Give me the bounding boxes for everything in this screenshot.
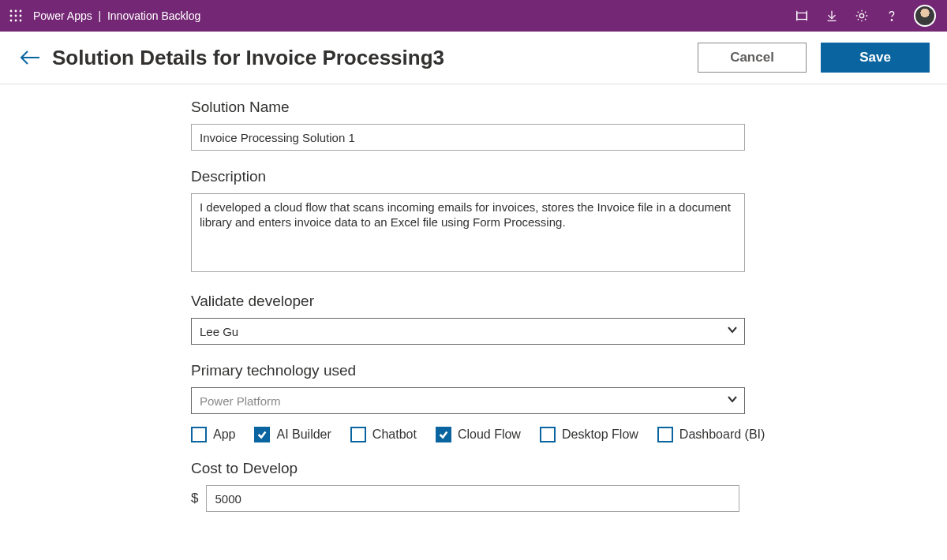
checkbox-desktop-flow[interactable]: Desktop Flow: [540, 427, 638, 442]
checkbox-dashboard-bi[interactable]: Dashboard (BI): [657, 427, 765, 442]
field-primary-technology: Primary technology used Power Platform A…: [191, 362, 750, 442]
save-button[interactable]: Save: [821, 43, 930, 73]
page-header: Solution Details for Invoice Processing3…: [0, 32, 947, 84]
select-validate-developer[interactable]: Lee Gu: [191, 318, 745, 345]
checkbox-box: [350, 427, 366, 442]
svg-point-6: [10, 20, 13, 22]
svg-point-3: [10, 15, 13, 17]
app-launcher-icon[interactable]: [6, 6, 25, 25]
input-solution-name[interactable]: [191, 124, 745, 151]
checkbox-label: Desktop Flow: [562, 427, 638, 442]
help-icon[interactable]: [884, 8, 900, 24]
checkbox-label: Dashboard (BI): [679, 427, 765, 442]
label-validate-developer: Validate developer: [191, 293, 750, 310]
checkbox-ai-builder[interactable]: AI Builder: [254, 427, 331, 442]
checkbox-label: AI Builder: [276, 427, 331, 442]
textarea-description[interactable]: I developed a cloud flow that scans inco…: [191, 193, 745, 272]
global-topbar: Power Apps | Innovation Backlog: [0, 0, 947, 32]
input-cost[interactable]: [206, 485, 739, 512]
checkbox-label: App: [213, 427, 235, 442]
select-primary-technology-value: Power Platform: [200, 394, 281, 408]
field-cost-to-develop: Cost to Develop $: [191, 460, 750, 512]
cancel-button[interactable]: Cancel: [698, 43, 807, 73]
field-validate-developer: Validate developer Lee Gu: [191, 293, 750, 345]
back-arrow-icon[interactable]: [17, 45, 43, 70]
download-icon[interactable]: [824, 8, 840, 24]
svg-point-0: [10, 10, 13, 13]
label-cost-to-develop: Cost to Develop: [191, 460, 750, 477]
label-primary-technology: Primary technology used: [191, 362, 750, 379]
checkbox-chatbot[interactable]: Chatbot: [350, 427, 417, 442]
svg-point-8: [20, 20, 22, 22]
topbar-actions: [794, 5, 941, 27]
fit-icon[interactable]: [794, 8, 810, 24]
user-avatar[interactable]: [914, 5, 936, 27]
select-primary-technology[interactable]: Power Platform: [191, 387, 745, 414]
svg-point-7: [15, 20, 17, 22]
checkbox-label: Cloud Flow: [458, 427, 521, 442]
checkbox-box: [254, 427, 270, 442]
label-solution-name: Solution Name: [191, 99, 750, 116]
checkbox-cloud-flow[interactable]: Cloud Flow: [436, 427, 521, 442]
svg-point-15: [891, 20, 892, 21]
label-description: Description: [191, 168, 750, 185]
checkbox-box: [436, 427, 451, 442]
page-title: Solution Details for Invoice Processing3: [52, 46, 444, 70]
gear-icon[interactable]: [854, 8, 870, 24]
currency-symbol: $: [191, 491, 198, 506]
form: Solution Name Description I developed a …: [0, 84, 750, 512]
checkbox-box: [191, 427, 207, 442]
field-description: Description I developed a cloud flow tha…: [191, 168, 750, 275]
checkbox-box: [540, 427, 556, 442]
select-validate-developer-value: Lee Gu: [200, 325, 238, 338]
svg-point-2: [20, 10, 22, 13]
checkbox-box: [657, 427, 673, 442]
checkbox-label: Chatbot: [372, 427, 417, 442]
field-solution-name: Solution Name: [191, 99, 750, 151]
svg-point-1: [15, 10, 17, 13]
checkbox-row: App AI Builder Chatbot Cloud Flow Deskto…: [191, 427, 750, 442]
svg-point-5: [20, 15, 22, 17]
app-breadcrumb: Power Apps | Innovation Backlog: [33, 9, 200, 22]
svg-point-14: [859, 13, 863, 17]
checkbox-app[interactable]: App: [191, 427, 235, 442]
svg-rect-9: [797, 13, 807, 19]
svg-point-4: [15, 15, 17, 17]
